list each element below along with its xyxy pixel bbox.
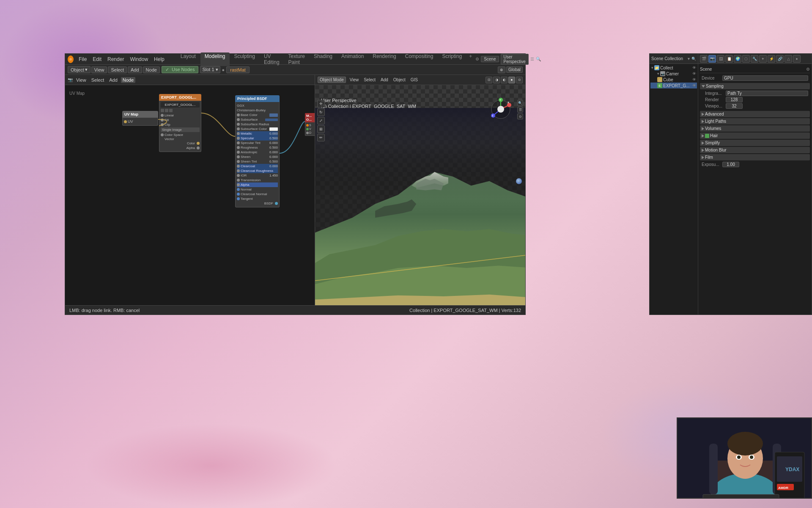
menu-window[interactable]: Window [127, 55, 151, 63]
outliner-item-scene-collection[interactable]: ▾ 📁 Collect 👁 [650, 65, 697, 71]
tab-modeling[interactable]: Modeling [200, 52, 230, 66]
eye-icon[interactable]: 👁 [692, 72, 696, 76]
material-name[interactable]: rastMat [226, 66, 250, 73]
viewport-view-btn[interactable]: View [348, 77, 360, 83]
outliner-item-camera[interactable]: ▾ 📷 Camer 👁 [650, 71, 697, 77]
motion-blur-header[interactable]: Motion Blur [700, 147, 810, 153]
prop-data-icon[interactable]: △ [785, 55, 792, 63]
sampling-header[interactable]: Sampling [700, 83, 810, 89]
tab-shading[interactable]: Shading [310, 52, 337, 66]
viewport-gis-btn[interactable]: GIS [409, 77, 419, 83]
prop-object-icon[interactable]: ⬡ [742, 55, 750, 63]
tool-rotate[interactable]: ↻ [317, 108, 325, 116]
prop-output-icon[interactable]: 🖼 [717, 55, 724, 63]
integrator-label: Integra... [705, 91, 724, 96]
menu-edit[interactable]: Edit [90, 55, 104, 63]
overlay-tool[interactable]: ⊙ [517, 113, 523, 119]
select-btn[interactable]: Select [108, 66, 127, 73]
use-nodes-btn[interactable]: ✓ Use Nodes [162, 66, 198, 73]
global-select[interactable]: Global [506, 66, 523, 73]
tab-uv-editing[interactable]: UV Editing [260, 52, 284, 66]
integrator-value[interactable]: Path Ty [726, 91, 808, 96]
viewport-add-btn[interactable]: Add [379, 77, 390, 83]
render-value[interactable]: 128 [726, 97, 743, 102]
grab-tool[interactable]: ☰ [517, 107, 523, 113]
socket-row-clip: Clip [161, 122, 200, 127]
node-export-google[interactable]: EXPORT_GOOGL... EXPORT_GOOGL... Linear [159, 94, 201, 152]
node-material-output[interactable]: M...O... S V D [305, 113, 315, 136]
add-btn[interactable]: Add [128, 66, 142, 73]
light-paths-header[interactable]: Light Paths [700, 118, 810, 124]
outliner-item-export[interactable]: E EXPORT_G... 👁 [650, 83, 697, 88]
prop-render-icon[interactable]: 📷 [708, 55, 716, 63]
volumes-header[interactable]: Volumes [700, 125, 810, 132]
socket-label: Metallic [241, 132, 252, 135]
tool-transform[interactable]: ⊞ [317, 125, 325, 133]
tool-scale[interactable]: ⤢ [317, 117, 325, 124]
prop-particles-icon[interactable]: ✦ [759, 55, 767, 63]
menu-render[interactable]: Render [105, 55, 126, 63]
node-select-btn[interactable]: Select [90, 77, 106, 83]
node-node-btn[interactable]: Node [121, 77, 135, 83]
tool-move[interactable]: ✛ [317, 100, 325, 108]
mode-btn[interactable]: Object ▾ [68, 66, 91, 73]
sphere-color-icon[interactable] [516, 178, 522, 184]
scene-settings-icon[interactable]: ⚙ [806, 67, 810, 72]
node-export-icons [161, 109, 200, 112]
socket-dot [237, 169, 240, 172]
tab-texture-paint[interactable]: Texture Paint [284, 52, 309, 66]
tab-compositing[interactable]: Compositing [401, 52, 438, 66]
eye-icon[interactable]: 👁 [692, 66, 696, 70]
film-header[interactable]: Film [700, 154, 810, 160]
viewport-value[interactable]: 32 [726, 103, 743, 109]
input-specular: Specular 0.500 [237, 136, 278, 141]
prop-world-icon[interactable]: 🌍 [734, 55, 741, 63]
outliner-search-icon[interactable]: 🔍 [691, 57, 696, 61]
viewport-object-btn[interactable]: Object [392, 77, 407, 83]
tab-scripting[interactable]: Scripting [438, 52, 466, 66]
tab-rendering[interactable]: Rendering [368, 52, 400, 66]
eye-icon[interactable]: 👁 [692, 83, 696, 88]
hair-checkbox[interactable] [705, 134, 709, 138]
rendered-icon[interactable]: ● [508, 77, 515, 83]
tool-annotate[interactable]: ✏ [317, 134, 325, 141]
overlay-icon[interactable]: ⊙ [516, 77, 523, 83]
menu-file[interactable]: File [76, 55, 89, 63]
prop-physics-icon[interactable]: ⚡ [768, 55, 775, 63]
advanced-header[interactable]: Advanced [700, 111, 810, 117]
hair-header[interactable]: Hair [700, 133, 810, 139]
prop-constraints-icon[interactable]: 🔗 [776, 55, 784, 63]
node-btn[interactable]: Node [143, 66, 160, 73]
socket-surface: S [306, 123, 315, 127]
snap-tool[interactable]: 🔍 [517, 100, 523, 106]
node-uvmap[interactable]: UV Map UV [122, 111, 158, 126]
node-principled[interactable]: Principled BSDF GGX Christensen-Burley B… [235, 95, 280, 207]
tab-sculpting[interactable]: Sculpting [230, 52, 259, 66]
node-add-btn[interactable]: Add [107, 77, 119, 83]
tab-animation[interactable]: Animation [337, 52, 368, 66]
outliner-item-cube[interactable]: △ Cube 👁 [650, 77, 697, 83]
tab-layout[interactable]: Layout [176, 52, 200, 66]
menu-help[interactable]: Help [151, 55, 167, 63]
eye-icon[interactable]: 👁 [692, 77, 696, 82]
view-layer-selector[interactable]: User Perspective [501, 54, 529, 65]
prop-modifier-icon[interactable]: 🔧 [751, 55, 758, 63]
tab-add[interactable]: + [466, 52, 475, 66]
scene-selector[interactable]: Scene [481, 56, 499, 62]
prop-material-icon[interactable]: ● [793, 55, 801, 63]
prop-view-layer-icon[interactable]: 📋 [725, 55, 733, 63]
outliner-filter-icon[interactable]: ▼ [687, 57, 691, 61]
snap-icon[interactable]: ⊕ [498, 66, 505, 73]
viewport-select-btn[interactable]: Select [362, 77, 377, 83]
node-view-btn[interactable]: View [74, 77, 88, 83]
solid-icon[interactable]: ◑ [493, 77, 500, 83]
view-btn[interactable]: View [91, 66, 107, 73]
exposure-value[interactable]: 1.00 [722, 162, 739, 167]
slot-select[interactable]: Slot 1 ▾ [200, 66, 220, 73]
object-mode-btn[interactable]: Object Mode [318, 77, 346, 83]
simplify-header[interactable]: Simplify [700, 140, 810, 146]
device-value[interactable]: GPU [722, 75, 808, 81]
material-icon[interactable]: ◐ [501, 77, 508, 83]
prop-scene-icon[interactable]: 🎬 [700, 55, 708, 63]
wireframe-icon[interactable]: ⊡ [486, 77, 492, 83]
